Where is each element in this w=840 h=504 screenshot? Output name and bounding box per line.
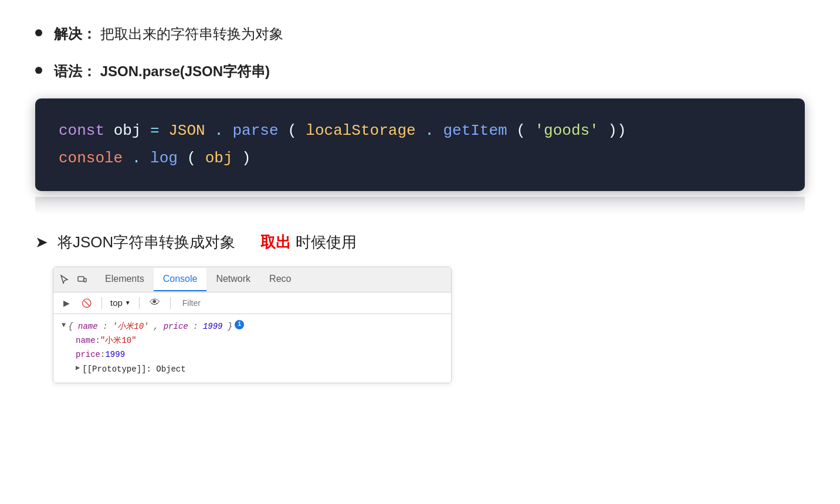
prototype-text: [[Prototype]]: Object <box>82 363 185 376</box>
code-parse: parse <box>233 122 279 139</box>
devtools-icon-group <box>58 267 89 292</box>
obj-val-price: 1999 <box>203 322 223 331</box>
toolbar-sep-2 <box>139 297 140 309</box>
code-block: const obj = JSON . parse ( localStorage … <box>35 98 805 191</box>
code-dot-1: . <box>214 122 223 139</box>
colon-2: : <box>193 322 203 331</box>
name-colon: : <box>96 334 100 347</box>
code-obj-var: obj <box>114 122 150 139</box>
bullet-label-2: 语法： <box>54 63 96 79</box>
info-icon[interactable]: i <box>235 320 244 329</box>
tab-console[interactable]: Console <box>154 268 207 291</box>
arrow-suffix: 时候使用 <box>296 232 357 253</box>
bullet-text-2: 语法： JSON.parse(JSON字符串) <box>54 61 270 82</box>
code-paren-2: ( <box>516 122 526 139</box>
code-log-paren: ( <box>187 149 196 167</box>
dropdown-arrow: ▼ <box>125 299 131 306</box>
code-dot-2: . <box>425 122 434 139</box>
arrow-highlight: 取出 <box>260 232 291 253</box>
bullet-content-1: 把取出来的字符串转换为对象 <box>100 26 283 42</box>
arrow-item: ➤ 将JSON字符串转换成对象 取出 时候使用 <box>35 232 805 253</box>
output-line-prototype: ▶ [[Prototype]]: Object <box>62 363 443 376</box>
svg-rect-1 <box>84 278 86 282</box>
code-dot-3: . <box>132 149 141 167</box>
comma-1: , <box>154 322 164 331</box>
bullet-content-2: JSON.parse(JSON字符串) <box>100 63 270 79</box>
cursor-icon[interactable] <box>58 273 71 286</box>
device-icon[interactable] <box>76 273 89 286</box>
code-paren-1: ( <box>287 122 297 139</box>
code-localstorage: localStorage <box>306 122 415 139</box>
tab-elements[interactable]: Elements <box>96 268 154 291</box>
code-log: log <box>150 149 178 167</box>
obj-val-name: '小米10' <box>113 322 149 331</box>
bullet-text-1: 解决： 把取出来的字符串转换为对象 <box>54 23 283 45</box>
price-colon: : <box>100 348 105 361</box>
code-obj-arg: obj <box>205 149 233 167</box>
code-json: JSON <box>168 122 205 139</box>
output-line-name: name : "小米10" <box>62 334 443 347</box>
colon-1: : <box>103 322 113 331</box>
no-entry-btn[interactable]: 🚫 <box>79 296 93 310</box>
code-const: const <box>59 122 104 139</box>
brace-close: } <box>228 322 232 331</box>
code-line-1: const obj = JSON . parse ( localStorage … <box>59 117 781 145</box>
bullet-list: 解决： 把取出来的字符串转换为对象 语法： JSON.parse(JSON字符串… <box>35 23 805 82</box>
output-obj-preview: { name : '小米10' , price : 1999 } <box>68 320 232 333</box>
svg-rect-0 <box>78 277 84 281</box>
arrow-prefix: 将JSON字符串转换成对象 <box>57 232 235 253</box>
code-line-2: console . log ( obj ) <box>59 145 781 172</box>
devtools-toolbar: ▶ 🚫 top ▼ 👁 <box>53 292 451 314</box>
code-reflection <box>35 197 805 214</box>
obj-key-name: name <box>78 322 98 331</box>
devtools-output: ▼ { name : '小米10' , price : 1999 } i nam… <box>53 314 451 383</box>
price-value: 1999 <box>105 348 125 361</box>
top-label[interactable]: top ▼ <box>110 298 131 308</box>
tab-network[interactable]: Network <box>206 268 260 291</box>
code-equals: = <box>150 122 160 139</box>
brace-open: { <box>68 322 73 331</box>
toolbar-sep-1 <box>101 297 102 309</box>
filter-input[interactable] <box>179 297 445 309</box>
bullet-item-2: 语法： JSON.parse(JSON字符串) <box>35 61 805 82</box>
obj-key-price: price <box>164 322 188 331</box>
code-getitem: getItem <box>443 122 507 139</box>
tab-reco[interactable]: Reco <box>260 268 300 291</box>
code-goods-string: 'goods' <box>534 122 598 139</box>
arrow-symbol: ➤ <box>35 233 48 251</box>
bullet-dot-2 <box>35 67 42 74</box>
output-line-1: ▼ { name : '小米10' , price : 1999 } i <box>62 320 443 333</box>
code-log-paren-close: ) <box>242 149 251 167</box>
prototype-arrow[interactable]: ▶ <box>76 363 80 374</box>
top-label-text: top <box>110 298 123 308</box>
eye-btn[interactable]: 👁 <box>148 296 162 310</box>
bullet-dot-1 <box>35 29 42 36</box>
name-value: "小米10" <box>100 334 137 347</box>
bullet-label-1: 解决： <box>54 26 96 42</box>
toolbar-sep-3 <box>170 297 171 309</box>
code-parens-close: )) <box>608 122 626 139</box>
play-btn[interactable]: ▶ <box>59 296 73 310</box>
devtools-panel: Elements Console Network Reco ▶ 🚫 top ▼ … <box>53 267 452 384</box>
devtools-tab-bar: Elements Console Network Reco <box>53 267 451 292</box>
name-key: name <box>76 334 96 347</box>
bullet-item-1: 解决： 把取出来的字符串转换为对象 <box>35 23 805 45</box>
code-console: console <box>59 149 123 167</box>
expand-arrow[interactable]: ▼ <box>62 320 66 331</box>
output-line-price: price : 1999 <box>62 348 443 361</box>
price-key: price <box>76 348 100 361</box>
